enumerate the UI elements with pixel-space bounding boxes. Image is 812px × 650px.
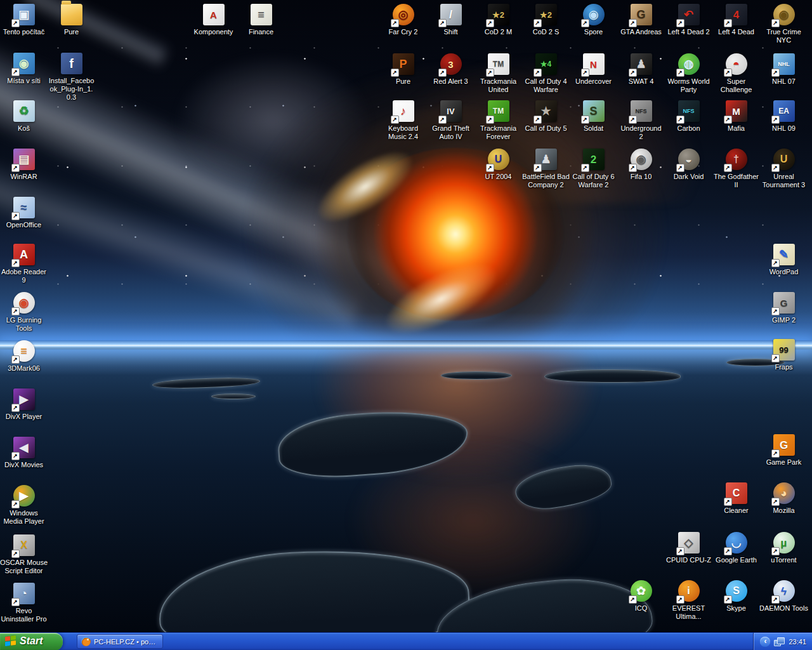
- desktop-icon-daemon-tools[interactable]: ϟ↗DAEMON Tools: [760, 580, 808, 613]
- desktop-icon-install-facebook-plugin[interactable]: fInstall_Facebo ok_Plug-In_1. 0.3: [48, 53, 95, 102]
- desktop-icon-call-of-duty-5[interactable]: ★↗Call of Duty 5: [522, 100, 570, 133]
- icon-label: Mafia: [709, 124, 763, 133]
- desktop-icon-battlefield-bad-company-2[interactable]: ♟↗BattleField Bad Company 2: [522, 149, 570, 189]
- desktop-icon-wordpad[interactable]: ✎↗WordPad: [760, 244, 808, 276]
- taskbar-clock[interactable]: 23:41: [789, 638, 806, 646]
- desktop-icon-underground-2[interactable]: NFS↗Underground 2: [617, 100, 665, 141]
- desktop-icon-oscar-mouse-script-editor[interactable]: X↗OSCAR Mouse Script Editor: [0, 534, 48, 575]
- desktop-icon-call-of-duty-4-warfare[interactable]: ★4↗Call of Duty 4 Warfare: [522, 53, 570, 94]
- shortcut-arrow-icon: ↗: [629, 116, 637, 124]
- desktop-icon-utorrent[interactable]: µ↗uTorrent: [760, 532, 808, 564]
- desktop-icon-skype[interactable]: S↗Skype: [712, 580, 760, 613]
- finance-icon: ≡: [251, 4, 272, 25]
- desktop-icon-pure-folder[interactable]: Pure: [48, 4, 95, 36]
- shortcut-arrow-icon: ↗: [724, 595, 732, 604]
- desktop-icon-icq[interactable]: ✿↗ICQ: [617, 580, 665, 613]
- desktop-icon-adobe-reader-9[interactable]: A↗Adobe Reader 9: [0, 244, 48, 284]
- desktop-icon-undercover[interactable]: N↗Undercover: [570, 53, 617, 86]
- desktop-icon-komponenty[interactable]: AKomponenty: [190, 4, 237, 36]
- desktop-icon-spore[interactable]: ◉↗Spore: [570, 4, 617, 36]
- desktop-icon-unreal-tournament-3[interactable]: U↗Unreal Tournament 3: [760, 149, 808, 189]
- desktop-icon-gimp-2[interactable]: G↗GIMP 2: [760, 292, 808, 324]
- icon-label: Pure: [376, 77, 430, 86]
- icon-label: Windows Media Player: [0, 509, 51, 526]
- desktop-icon-ut-2004[interactable]: U↗UT 2004: [475, 149, 522, 181]
- desktop-icon-true-crime-nyc[interactable]: ◉↗True Crime NYC: [760, 4, 808, 44]
- desktop-icon-cpuid-cpu-z[interactable]: ◇↗CPUID CPU-Z: [665, 532, 712, 564]
- desktop-icon-left-4-dead-2[interactable]: ↶↗Left 4 Dead 2: [665, 4, 712, 36]
- desktop-icon-openoffice[interactable]: ≈↗OpenOffice: [0, 197, 48, 229]
- shortcut-arrow-icon: ↗: [676, 19, 684, 27]
- desktop-icon-lg-burning-tools[interactable]: ◉↗LG Burning Tools: [0, 292, 48, 333]
- desktop-icon-fifa-10[interactable]: ◉↗Fifa 10: [617, 149, 665, 181]
- desktop-icon-shift[interactable]: /↗Shift: [427, 4, 475, 36]
- taskbar-task-button-firefox[interactable]: PC-HELP.CZ • počítač...: [77, 634, 163, 649]
- desktop-icon-finance[interactable]: ≡Finance: [237, 4, 285, 36]
- desktop-icon-the-godfather-ii[interactable]: †↗The Godfather II: [712, 149, 760, 189]
- desktop-icon-mafia[interactable]: M↗Mafia: [712, 100, 760, 133]
- desktop-icon-soldat[interactable]: S↗Soldat: [570, 100, 617, 133]
- desktop-icon-3dmark06[interactable]: ≡↗3DMark06: [0, 340, 48, 373]
- desktop-icon-pure-game[interactable]: P↗Pure: [379, 53, 427, 86]
- desktop-icon-cod-2-s[interactable]: ★2↗CoD 2 S: [522, 4, 570, 36]
- desktop-icon-nhl-07[interactable]: NHL↗NHL 07: [760, 53, 808, 86]
- desktop-icon-google-earth[interactable]: ◡↗Google Earth: [712, 532, 760, 564]
- desktop-icon-windows-media-player[interactable]: ▶↗Windows Media Player: [0, 485, 48, 526]
- icon-label: OSCAR Mouse Script Editor: [0, 559, 51, 575]
- desktop-icon-mozilla[interactable]: ◕↗Mozilla: [760, 482, 808, 515]
- shortcut-arrow-icon: ↗: [486, 164, 494, 172]
- start-button[interactable]: Start: [0, 633, 63, 650]
- desktop-icon-game-park[interactable]: G↗Game Park: [760, 434, 808, 467]
- icon-label: Soldat: [566, 124, 620, 133]
- shortcut-arrow-icon: ↗: [676, 69, 684, 77]
- desktop-icon-left-4-dead[interactable]: 4↗Left 4 Dead: [712, 4, 760, 36]
- icon-label: Left 4 Dead 2: [662, 28, 716, 36]
- desktop-icon-cod-2-m[interactable]: ★2↗CoD 2 M: [475, 4, 522, 36]
- shortcut-arrow-icon: ↗: [11, 598, 20, 606]
- icon-label: Fraps: [757, 363, 811, 371]
- desktop-icon-trackmania-united[interactable]: TM↗Trackmania United: [475, 53, 522, 94]
- shortcut-arrow-icon: ↗: [771, 449, 780, 458]
- desktop-icon-everest-ultimate[interactable]: i↗EVEREST Ultima...: [665, 580, 712, 621]
- icon-label: EVEREST Ultima...: [662, 604, 716, 621]
- desktop-icon-super-challenge[interactable]: ◓↗Super Challenge: [712, 53, 760, 94]
- icon-label: Call of Duty 6 Warfare 2: [566, 173, 620, 189]
- desktop-icon-keyboard-music[interactable]: ♪↗Keyboard Music 2.4: [379, 100, 427, 141]
- desktop-icon-nhl-09[interactable]: EA↗NHL 09: [760, 100, 808, 133]
- shortcut-arrow-icon: ↗: [724, 19, 732, 27]
- desktop-icon-grand-theft-auto-iv[interactable]: IV↗Grand Theft Auto IV: [427, 100, 475, 141]
- icon-label: Red Alert 3: [424, 77, 478, 86]
- icon-label: Trackmania United: [471, 77, 525, 94]
- tray-collapse-chevron-icon[interactable]: ‹: [760, 637, 770, 647]
- icon-label: Underground 2: [614, 124, 668, 141]
- icon-label: Skype: [709, 604, 763, 613]
- desktop-icon-swat-4[interactable]: ♟↗SWAT 4: [617, 53, 665, 86]
- icon-label: True Crime NYC: [757, 28, 811, 44]
- desktop-icon-gta-andreas[interactable]: G↗GTA Andreas: [617, 4, 665, 36]
- desktop-icon-carbon[interactable]: NFS↗Carbon: [665, 100, 712, 133]
- desktop-icon-divx-movies[interactable]: ◀↗DivX Movies: [0, 437, 48, 469]
- shortcut-arrow-icon: ↗: [11, 550, 20, 558]
- desktop-icon-dark-void[interactable]: ◒↗Dark Void: [665, 149, 712, 181]
- desktop-icon-tento-pocitac[interactable]: ▣↗Tento počítač: [0, 4, 48, 36]
- icon-label: Call of Duty 4 Warfare: [519, 77, 573, 94]
- desktop-icon-far-cry-2[interactable]: ◎↗Far Cry 2: [379, 4, 427, 36]
- desktop-icon-divx-player[interactable]: ▶↗DivX Player: [0, 388, 48, 421]
- desktop-icon-cleaner[interactable]: C↗Cleaner: [712, 482, 760, 515]
- desktop-icon-fraps[interactable]: 99↗Fraps: [760, 339, 808, 371]
- icon-label: NHL 09: [757, 124, 811, 133]
- desktop-icon-mista-v-siti[interactable]: ◉↗Místa v síti: [0, 53, 48, 85]
- task-button-label: PC-HELP.CZ • počítač...: [94, 638, 159, 646]
- icon-label: uTorrent: [757, 556, 811, 564]
- desktop-icon-trackmania-forever[interactable]: TM↗Trackmania Forever: [475, 100, 522, 141]
- desktop-icon-winrar[interactable]: ▤↗WinRAR: [0, 149, 48, 181]
- desktop-icon-call-of-duty-6-warfare-2[interactable]: 2↗Call of Duty 6 Warfare 2: [570, 149, 617, 189]
- icon-label: Adobe Reader 9: [0, 268, 51, 284]
- desktop-icon-revo-uninstaller-pro[interactable]: ◔↗Revo Uninstaller Pro: [0, 583, 48, 623]
- desktop-icon-kos[interactable]: ♻Koš: [0, 100, 48, 133]
- icon-label: LG Burning Tools: [0, 316, 51, 333]
- desktop-icon-red-alert-3[interactable]: 3↗Red Alert 3: [427, 53, 475, 86]
- desktop[interactable]: ▣↗Tento počítač◉↗Místa v síti♻Koš▤↗WinRA…: [0, 0, 812, 632]
- desktop-icon-worms-world-party[interactable]: ◍↗Worms World Party: [665, 53, 712, 94]
- network-status-icon[interactable]: [774, 637, 785, 646]
